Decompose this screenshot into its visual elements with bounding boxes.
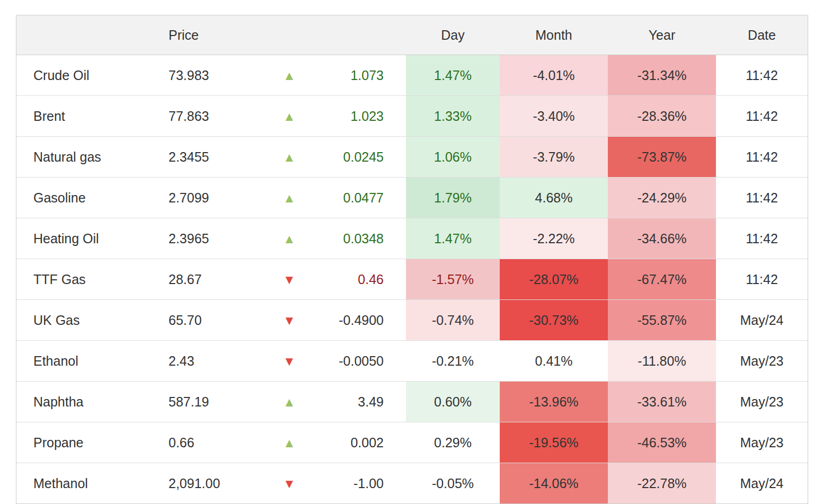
commodity-name-link[interactable]: Naphtha xyxy=(16,382,152,422)
year-percent-cell: -28.36% xyxy=(608,96,716,137)
header-month: Month xyxy=(500,15,608,55)
date-cell: 11:42 xyxy=(716,259,808,300)
date-cell: 11:42 xyxy=(716,218,808,259)
down-arrow-icon: ▼ xyxy=(283,478,296,490)
up-arrow-icon: ▲ xyxy=(283,151,296,164)
commodities-page: Price Day Month Year Date Crude Oil 73.9… xyxy=(0,0,814,504)
date-cell: 11:42 xyxy=(716,96,808,137)
month-percent-cell: 4.68% xyxy=(500,178,608,218)
day-percent-cell: 0.29% xyxy=(406,422,500,463)
day-percent-cell: 1.47% xyxy=(406,55,500,96)
day-percent-cell: 1.33% xyxy=(406,96,500,137)
month-percent-cell: -30.73% xyxy=(500,300,608,341)
up-arrow-icon: ▲ xyxy=(283,192,296,205)
month-percent-cell: -3.79% xyxy=(500,137,608,178)
price-value: 73.983 xyxy=(152,55,258,96)
price-value: 2.7099 xyxy=(152,178,258,218)
month-percent-cell: -13.96% xyxy=(500,382,608,422)
price-value: 2.43 xyxy=(152,341,258,382)
change-value: -0.4900 xyxy=(321,300,406,341)
table-row: Heating Oil 2.3965 ▲ 0.0348 1.47% -2.22%… xyxy=(16,218,808,259)
date-cell: May/24 xyxy=(716,300,808,341)
commodity-name-link[interactable]: Gasoline xyxy=(16,178,152,218)
change-value: 0.0477 xyxy=(321,178,406,218)
up-arrow-icon: ▲ xyxy=(283,110,296,123)
day-percent-cell: 0.60% xyxy=(406,382,500,422)
price-value: 0.66 xyxy=(152,422,258,463)
day-percent-cell: 1.79% xyxy=(406,178,500,218)
day-percent-cell: -1.57% xyxy=(406,259,500,300)
commodity-name-link[interactable]: Methanol xyxy=(16,463,152,503)
up-arrow-icon: ▲ xyxy=(283,437,296,449)
month-percent-cell: -4.01% xyxy=(500,55,608,96)
price-value: 2,091.00 xyxy=(152,463,258,503)
day-percent-cell: -0.21% xyxy=(406,341,500,382)
date-cell: May/23 xyxy=(716,341,808,382)
day-percent-cell: 1.47% xyxy=(406,218,500,259)
price-value: 77.863 xyxy=(152,96,258,137)
table-row: Ethanol 2.43 ▼ -0.0050 -0.21% 0.41% -11.… xyxy=(16,341,808,382)
change-value: 0.46 xyxy=(321,259,406,300)
commodity-name-link[interactable]: UK Gas xyxy=(16,300,152,341)
header-arrow xyxy=(258,15,321,55)
down-arrow-icon: ▼ xyxy=(283,273,296,286)
month-percent-cell: -3.40% xyxy=(500,96,608,137)
table-row: Crude Oil 73.983 ▲ 1.073 1.47% -4.01% -3… xyxy=(16,55,808,96)
change-value: 1.023 xyxy=(321,96,406,137)
table-row: TTF Gas 28.67 ▼ 0.46 -1.57% -28.07% -67.… xyxy=(16,259,808,300)
commodity-name-link[interactable]: TTF Gas xyxy=(16,259,152,300)
price-value: 2.3965 xyxy=(152,218,258,259)
table-row: Naphtha 587.19 ▲ 3.49 0.60% -13.96% -33.… xyxy=(16,382,808,422)
header-name xyxy=(16,15,152,55)
commodity-name-link[interactable]: Ethanol xyxy=(16,341,152,382)
header-price: Price xyxy=(152,15,258,55)
header-change xyxy=(321,15,406,55)
year-percent-cell: -73.87% xyxy=(608,137,716,178)
year-percent-cell: -31.34% xyxy=(608,55,716,96)
month-percent-cell: 0.41% xyxy=(500,341,608,382)
date-cell: 11:42 xyxy=(716,55,808,96)
down-arrow-icon: ▼ xyxy=(283,314,296,327)
down-arrow-icon: ▼ xyxy=(283,355,296,368)
year-percent-cell: -22.78% xyxy=(608,463,716,503)
table-header-row: Price Day Month Year Date xyxy=(16,15,808,55)
date-cell: 11:42 xyxy=(716,178,808,218)
month-percent-cell: -14.06% xyxy=(500,463,608,503)
change-value: 3.49 xyxy=(321,382,406,422)
commodity-name-link[interactable]: Heating Oil xyxy=(16,218,152,259)
month-percent-cell: -28.07% xyxy=(500,259,608,300)
change-value: 0.002 xyxy=(321,422,406,463)
table-row: Brent 77.863 ▲ 1.023 1.33% -3.40% -28.36… xyxy=(16,96,808,137)
change-value: 0.0348 xyxy=(321,218,406,259)
day-percent-cell: -0.05% xyxy=(406,463,500,503)
date-cell: May/24 xyxy=(716,463,808,503)
date-cell: May/23 xyxy=(716,422,808,463)
month-percent-cell: -19.56% xyxy=(500,422,608,463)
date-cell: 11:42 xyxy=(716,137,808,178)
up-arrow-icon: ▲ xyxy=(283,233,296,245)
year-percent-cell: -11.80% xyxy=(608,341,716,382)
commodity-name-link[interactable]: Brent xyxy=(16,96,152,137)
commodity-name-link[interactable]: Propane xyxy=(16,422,152,463)
table-row: Propane 0.66 ▲ 0.002 0.29% -19.56% -46.5… xyxy=(16,422,808,463)
price-value: 65.70 xyxy=(152,300,258,341)
year-percent-cell: -24.29% xyxy=(608,178,716,218)
change-value: 1.073 xyxy=(321,55,406,96)
price-value: 2.3455 xyxy=(152,137,258,178)
up-arrow-icon: ▲ xyxy=(283,69,296,82)
price-value: 587.19 xyxy=(152,382,258,422)
up-arrow-icon: ▲ xyxy=(283,396,296,409)
change-value: -0.0050 xyxy=(321,341,406,382)
commodity-name-link[interactable]: Crude Oil xyxy=(16,55,152,96)
header-year: Year xyxy=(608,15,716,55)
month-percent-cell: -2.22% xyxy=(500,218,608,259)
day-percent-cell: 1.06% xyxy=(406,137,500,178)
change-value: -1.00 xyxy=(321,463,406,503)
header-day: Day xyxy=(406,15,500,55)
commodity-name-link[interactable]: Natural gas xyxy=(16,137,152,178)
year-percent-cell: -55.87% xyxy=(608,300,716,341)
table-row: UK Gas 65.70 ▼ -0.4900 -0.74% -30.73% -5… xyxy=(16,300,808,341)
table-row: Natural gas 2.3455 ▲ 0.0245 1.06% -3.79%… xyxy=(16,137,808,178)
day-percent-cell: -0.74% xyxy=(406,300,500,341)
table-row: Methanol 2,091.00 ▼ -1.00 -0.05% -14.06%… xyxy=(16,463,808,503)
